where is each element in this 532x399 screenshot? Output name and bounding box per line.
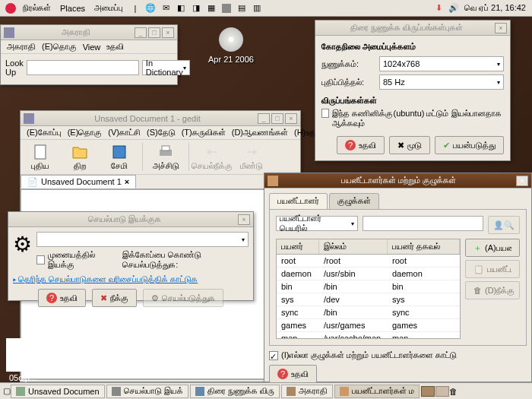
workspace-switcher[interactable] [421, 386, 449, 397]
tab-groups[interactable]: குழுக்கள் [329, 193, 379, 209]
close-button[interactable]: × [238, 214, 250, 225]
section-header: கோதநிலை அமைப்புக்களம் [321, 42, 504, 52]
show-all-label: (I)எல்லா குழுக்கள் மற்றும் பயனீட்டாளர்கள… [281, 350, 457, 360]
save-button[interactable]: சேமி [103, 143, 136, 171]
command-combo[interactable]: ▾ [36, 232, 249, 247]
app-icon4[interactable] [220, 2, 233, 14]
resolution-combo[interactable]: 1024x768▾ [379, 56, 504, 71]
desktop-thumb[interactable]: 05dip... [0, 338, 46, 382]
table-row[interactable]: sys/devsys [277, 293, 460, 306]
mail-icon[interactable]: ✉ [160, 2, 172, 14]
users-titlebar[interactable]: பயனீட்டாளர்கள் மற்றும் குழுக்கள் × [264, 173, 531, 188]
task-display[interactable]: திரை நுணுக்க விரு [190, 385, 280, 398]
col-user[interactable]: பயனர் [277, 239, 319, 254]
browser-icon[interactable]: 🌐 [144, 2, 157, 14]
table-row[interactable]: sync/binsync [277, 306, 460, 319]
menu-view[interactable]: (V)காட்சி [105, 128, 144, 138]
run-icon: ⚙ [151, 293, 159, 303]
dict-mode-combo[interactable]: In Dictionary▾ [142, 60, 190, 75]
filter-input[interactable] [363, 216, 483, 231]
col-home[interactable]: இல்லம் [319, 239, 388, 254]
app-icon3[interactable]: ▦ [205, 2, 217, 14]
users-icon [268, 176, 278, 186]
new-button[interactable]: புதிய [24, 143, 57, 171]
close-button[interactable]: × [285, 113, 297, 124]
known-apps-link[interactable]: ▸ தெரிந்த செயல்பாடுகளை வரிசைப்படுத்திக் … [13, 274, 198, 283]
menu-edit[interactable]: (E)தொகு [65, 128, 106, 138]
trash-icon[interactable]: 🗑 [449, 387, 458, 396]
display-titlebar[interactable]: திரை நுணுக்க விருப்பங்கள்புகள் × [315, 21, 510, 36]
run-button: ⚙செயல்படுத்துக [143, 289, 223, 307]
lookup-input[interactable] [27, 60, 139, 75]
app-icon[interactable]: ◧ [175, 2, 187, 14]
maximize-button[interactable]: □ [271, 113, 283, 124]
volume-icon[interactable]: 🔊 [448, 2, 460, 14]
tab-users[interactable]: பயனீட்டாளர் [269, 193, 328, 209]
task-gedit[interactable]: Unsaved Documen [11, 385, 105, 398]
maximize-button[interactable]: □ [148, 27, 160, 38]
col-info[interactable]: பயனர் தகவல் [388, 239, 460, 254]
close-icon: ✖ [397, 141, 404, 150]
users-table: பயனர் இல்லம் பயனர் தகவல் root/rootrootda… [276, 239, 461, 339]
apply-button[interactable]: ✔பயன்படுத்து [435, 136, 504, 154]
dict-titlebar[interactable]: அகராதி _ □ × [1, 25, 177, 40]
terminal-checkbox[interactable] [36, 255, 45, 264]
filter-combo[interactable]: பயனீட்டாளர் பெயரில்▾ [276, 216, 358, 231]
app-icon2[interactable]: ◨ [190, 2, 202, 14]
desktop-cd-icon[interactable]: Apr 21 2006 [201, 27, 261, 64]
table-row[interactable]: bin/binbin [277, 280, 460, 293]
close-button[interactable]: × [516, 176, 528, 186]
add-user-button[interactable]: ＋(A)பயனீட்ட... [465, 239, 520, 257]
open-button[interactable]: திற [63, 143, 97, 171]
close-button[interactable]: × [162, 27, 174, 38]
close-button[interactable]: ✖மூடு [389, 136, 430, 154]
help-icon: ? [345, 140, 356, 150]
run-titlebar[interactable]: செயல்பாடு இயக்குக × [8, 212, 253, 227]
app-icon6[interactable]: ▥ [251, 2, 263, 14]
refresh-combo[interactable]: 85 Hz▾ [379, 74, 504, 90]
ubuntu-icon[interactable] [5, 2, 17, 14]
doc-icon: 📄 [27, 177, 38, 187]
help-button[interactable]: ?உதவி [269, 365, 317, 383]
table-row[interactable]: games/usr/gamesgames [277, 319, 460, 332]
task-dict[interactable]: அகராதி [281, 385, 333, 398]
show-desktop-icon[interactable]: ▢ [3, 386, 11, 396]
gedit-titlebar[interactable]: Unsaved Document 1 - gedit _ □ × [21, 111, 300, 126]
default-checkbox[interactable] [321, 109, 329, 118]
menu-file[interactable]: (E)கோப்பு [24, 128, 65, 138]
help-button[interactable]: ?உதவி [38, 289, 86, 307]
task-users[interactable]: பயனீட்டாளர்கள் ம [334, 385, 420, 398]
show-all-checkbox[interactable]: ✓ [269, 351, 278, 360]
menu-item[interactable]: உதவி [103, 42, 127, 52]
menu-item[interactable]: View [80, 43, 104, 52]
gedit-menubar: (E)கோப்பு (E)தொகு (V)காட்சி (S)தேடு (T)க… [21, 126, 300, 140]
cancel-button[interactable]: ✖நீக்கு [92, 289, 137, 307]
help-button[interactable]: ?உதவி [337, 136, 385, 154]
help-icon: ? [277, 369, 288, 379]
menu-tools[interactable]: (T)கருவிகள் [179, 128, 229, 138]
apps-menu[interactable]: நிரல்கள் [18, 3, 55, 13]
app-icon5[interactable]: ▤ [236, 2, 248, 14]
table-row[interactable]: root/rootroot [277, 255, 460, 268]
display-prefs-window: திரை நுணுக்க விருப்பங்கள்புகள் × கோதநிலை… [315, 20, 511, 161]
update-icon[interactable]: ⬇ [432, 2, 445, 14]
task-run[interactable]: செயல்பாடு இயக் [106, 385, 188, 398]
table-row[interactable]: man/var/cache/manman [277, 332, 460, 339]
document-tab[interactable]: 📄 Unsaved Document 1 × [21, 175, 136, 188]
minimize-button[interactable]: _ [258, 113, 270, 124]
places-menu[interactable]: Places [55, 4, 90, 13]
menu-item[interactable]: அகராதி [4, 42, 39, 52]
clock[interactable]: வெ ஏப் 21, 16:42 [461, 3, 529, 13]
terminal-label: முனையத்தில் இயக்கு [48, 250, 118, 270]
separator: | [129, 2, 141, 14]
menu-docs[interactable]: (D)ஆவணங்கள் [229, 128, 291, 138]
table-row[interactable]: daemon/usr/sbindaemon [277, 268, 460, 280]
tab-close-icon[interactable]: × [125, 177, 129, 186]
menu-search[interactable]: (S)தேடு [144, 128, 179, 138]
close-button[interactable]: × [495, 23, 507, 33]
minimize-button[interactable]: _ [135, 27, 147, 38]
menu-item[interactable]: (E)தொகு [39, 42, 80, 52]
redo-button: மீண்டு [235, 143, 268, 171]
print-button[interactable]: அச்சிடு [149, 143, 182, 171]
system-menu[interactable]: அமைப்பு [90, 3, 128, 13]
